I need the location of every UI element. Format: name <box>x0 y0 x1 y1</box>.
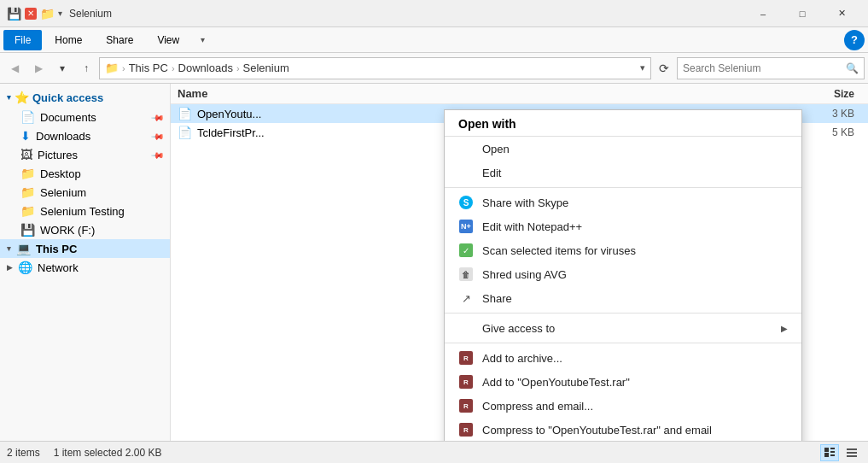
sidebar-item-documents[interactable]: 📄 Documents 📌 <box>0 108 170 126</box>
ctx-edit[interactable]: Edit <box>445 161 801 185</box>
close-button[interactable]: ✕ <box>822 0 861 27</box>
quick-access-header[interactable]: ▾ ⭐ Quick access <box>0 87 170 108</box>
search-box: 🔍 <box>677 57 865 79</box>
ctx-give-access-label: Give access to <box>482 322 555 335</box>
view-list-button[interactable] <box>842 444 861 461</box>
quick-access-icon3[interactable]: 📁 <box>40 7 55 21</box>
sidebar-item-network-label: Network <box>38 261 79 274</box>
path-thispc[interactable]: This PC <box>129 62 168 74</box>
sidebar-item-this-pc[interactable]: ▾ 💻 This PC <box>0 239 170 258</box>
back-button[interactable]: ◀ <box>3 57 26 79</box>
ctx-compress-rar-email[interactable]: R Compress to "OpenYoutubeTest.rar" and … <box>445 418 801 441</box>
documents-pin-icon: 📌 <box>151 110 165 124</box>
title-bar-dropdown[interactable]: ▾ <box>58 9 62 18</box>
ctx-add-rar-icon: R <box>458 374 474 390</box>
sidebar-item-this-pc-label: This PC <box>36 243 77 255</box>
sidebar-item-pictures[interactable]: 🖼 Pictures 📌 <box>0 145 170 164</box>
sidebar-item-selenium-testing[interactable]: 📁 Selenium Testing <box>0 202 170 220</box>
path-selenium[interactable]: Selenium <box>243 62 289 74</box>
downloads-icon: ⬇ <box>20 129 31 143</box>
this-pc-expand-icon: ▾ <box>7 244 11 253</box>
title-text: Selenium <box>69 8 743 20</box>
address-bar: ◀ ▶ ▾ ↑ 📁 › This PC › Downloads › Seleni… <box>0 53 868 84</box>
sidebar-item-downloads[interactable]: ⬇ Downloads 📌 <box>0 126 170 145</box>
ctx-compress-email[interactable]: R Compress and email... <box>445 394 801 418</box>
search-input[interactable] <box>683 62 846 74</box>
ctx-share-icon: ↗ <box>458 290 474 306</box>
ctx-notepadpp-label: Edit with Notepad++ <box>482 220 582 233</box>
ribbon-tab-file[interactable]: File <box>3 30 42 50</box>
quick-access-icon1[interactable]: 💾 <box>7 7 21 21</box>
pictures-icon: 🖼 <box>20 148 32 161</box>
ctx-divider-2 <box>445 313 801 314</box>
path-downloads[interactable]: Downloads <box>178 62 233 74</box>
nav-dropdown-button[interactable]: ▾ <box>51 57 73 79</box>
quick-access-expand-icon: ▾ <box>7 93 11 102</box>
svg-rect-6 <box>847 452 857 454</box>
svg-rect-4 <box>830 454 835 456</box>
sidebar-item-selenium-label: Selenium <box>40 186 86 199</box>
ctx-edit-label: Edit <box>482 167 501 179</box>
ribbon: File Home Share View ▾ ? <box>0 27 868 53</box>
ctx-compress-email-icon: R <box>458 398 474 413</box>
ctx-divider-3 <box>445 343 801 343</box>
ribbon-tab-view[interactable]: View <box>146 30 190 50</box>
ctx-give-access[interactable]: Give access to ▶ <box>445 316 801 340</box>
ctx-scan-label: Scan selected items for viruses <box>482 244 636 257</box>
help-button[interactable]: ? <box>844 30 865 50</box>
refresh-button[interactable]: ⟳ <box>653 57 675 79</box>
ctx-notepadpp-icon: N+ <box>458 219 474 234</box>
sidebar-item-pictures-label: Pictures <box>38 149 78 161</box>
path-dropdown[interactable]: ▾ <box>640 62 645 73</box>
sidebar-item-selenium-testing-label: Selenium Testing <box>40 205 125 218</box>
ctx-share-skype-label: Share with Skype <box>482 196 568 209</box>
content-area: Name Size 📄 OpenYoutu... ...File 3 KB 📄 … <box>171 84 868 441</box>
up-button[interactable]: ↑ <box>75 57 97 79</box>
title-controls: – □ ✕ <box>743 0 861 27</box>
forward-button[interactable]: ▶ <box>27 57 50 79</box>
minimize-button[interactable]: – <box>743 0 783 27</box>
svg-rect-0 <box>824 448 829 452</box>
ctx-shred[interactable]: 🗑 Shred using AVG <box>445 262 801 286</box>
view-details-button[interactable] <box>820 444 839 461</box>
ctx-shred-label: Shred using AVG <box>482 268 567 281</box>
status-item-count: 2 items <box>7 447 40 459</box>
sidebar-item-documents-label: Documents <box>40 111 96 124</box>
ctx-edit-icon <box>458 165 474 180</box>
ctx-add-archive[interactable]: R Add to archive... <box>445 346 801 370</box>
ctx-share-label: Share <box>482 292 512 305</box>
pictures-pin-icon: 📌 <box>151 148 165 161</box>
sidebar: ▾ ⭐ Quick access 📄 Documents 📌 ⬇ Downloa… <box>0 84 171 441</box>
svg-rect-2 <box>824 453 829 457</box>
ribbon-tab-share[interactable]: Share <box>95 30 144 50</box>
network-icon: 🌐 <box>18 261 32 274</box>
ctx-divider-1 <box>445 187 801 188</box>
context-menu: Open with Open Edit S Share with Skype <box>444 109 802 441</box>
ctx-add-archive-label: Add to archive... <box>482 352 562 365</box>
ctx-add-rar[interactable]: R Add to "OpenYoutubeTest.rar" <box>445 370 801 394</box>
sidebar-item-selenium[interactable]: 📁 Selenium <box>0 183 170 202</box>
ctx-scan[interactable]: ✓ Scan selected items for viruses <box>445 238 801 262</box>
search-icon[interactable]: 🔍 <box>846 62 859 74</box>
quick-access-icon2[interactable]: ✕ <box>25 8 37 20</box>
status-bar: 2 items 1 item selected 2.00 KB <box>0 441 868 463</box>
ctx-open[interactable]: Open <box>445 137 801 161</box>
main-layout: ▾ ⭐ Quick access 📄 Documents 📌 ⬇ Downloa… <box>0 84 868 441</box>
sidebar-item-work-label: WORK (F:) <box>40 224 95 237</box>
ctx-compress-email-label: Compress and email... <box>482 400 593 413</box>
ribbon-tab-home[interactable]: Home <box>44 30 93 50</box>
ribbon-collapse-button[interactable]: ▾ <box>192 30 213 50</box>
sidebar-item-work-drive[interactable]: 💾 WORK (F:) <box>0 220 170 239</box>
ctx-share[interactable]: ↗ Share <box>445 286 801 310</box>
sidebar-item-network[interactable]: ▶ 🌐 Network <box>0 258 170 277</box>
address-path[interactable]: 📁 › This PC › Downloads › Selenium ▾ <box>99 57 651 79</box>
ctx-give-access-icon <box>458 320 474 336</box>
work-drive-icon: 💾 <box>20 223 35 237</box>
ctx-notepadpp[interactable]: N+ Edit with Notepad++ <box>445 214 801 238</box>
sidebar-item-desktop[interactable]: 📁 Desktop <box>0 164 170 183</box>
ctx-share-skype[interactable]: S Share with Skype <box>445 190 801 214</box>
quick-access-label: Quick access <box>32 91 103 104</box>
ctx-add-rar-label: Add to "OpenYoutubeTest.rar" <box>482 376 630 389</box>
maximize-button[interactable]: □ <box>783 0 822 27</box>
path-home-icon: 📁 <box>105 62 119 74</box>
